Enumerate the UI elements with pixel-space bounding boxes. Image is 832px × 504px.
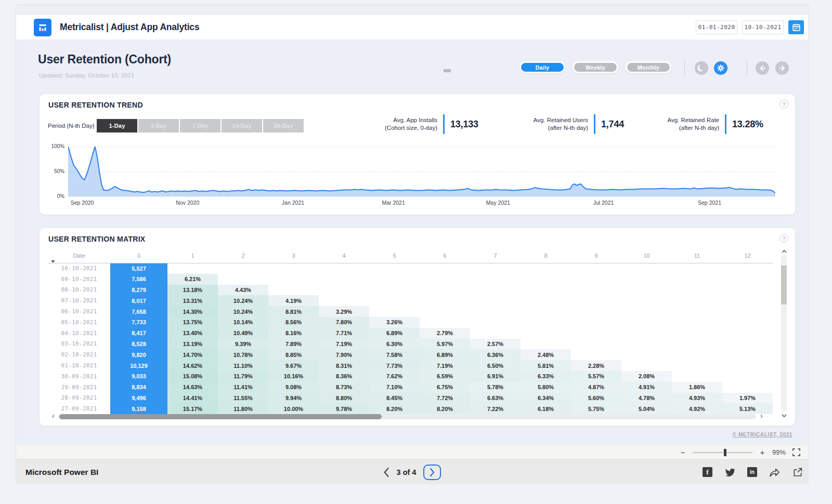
share-icon[interactable] <box>769 467 781 478</box>
cohort-size-cell[interactable]: 10,129 <box>110 360 167 371</box>
trend-chart[interactable] <box>68 147 775 196</box>
retention-cell-day-7[interactable]: 2.57% <box>470 339 521 350</box>
column-header-9[interactable]: 9 <box>571 249 621 263</box>
cohort-size-cell[interactable]: 8,528 <box>110 339 167 350</box>
period-button-3-day[interactable]: 3-Day <box>138 119 179 132</box>
period-button-30-day[interactable]: 30-Day <box>263 119 304 132</box>
scroll-left-icon[interactable]: ‹ <box>52 412 55 420</box>
retention-cell-day-5[interactable]: 8.45% <box>369 393 420 404</box>
retention-cell-day-1[interactable]: 13.75% <box>167 317 218 328</box>
period-button-1-day[interactable]: 1-Day <box>97 119 137 132</box>
retention-cell-day-3[interactable]: 9.67% <box>268 360 319 371</box>
retention-cell-day-2[interactable]: 11.79% <box>218 371 268 382</box>
retention-cell-day-4[interactable]: 7.90% <box>319 349 369 360</box>
cohort-date[interactable]: 30-09-2021 <box>48 371 110 382</box>
retention-cell-day-4[interactable]: 8.73% <box>319 382 369 393</box>
retention-cell-day-4[interactable]: 8.80% <box>319 393 369 404</box>
retention-cell-day-9[interactable]: 5.60% <box>571 393 621 404</box>
retention-cell-day-2[interactable]: 10.14% <box>218 317 268 328</box>
date-from-input[interactable]: 01-01-2020 <box>696 20 737 34</box>
next-report-page-button[interactable] <box>423 465 441 480</box>
horizontal-scrollbar[interactable] <box>58 414 756 419</box>
column-header-0[interactable]: 0 <box>110 249 167 263</box>
retention-cell-day-3[interactable]: 10.16% <box>268 371 319 382</box>
settings-button[interactable] <box>714 61 727 75</box>
retention-cell-day-9[interactable]: 4.87% <box>571 382 621 393</box>
retention-cell-day-12[interactable]: 5.13% <box>722 403 773 414</box>
date-to-input[interactable]: 10-10-2021 <box>742 20 784 34</box>
linkedin-icon[interactable]: in <box>747 467 757 477</box>
retention-cell-day-4[interactable]: 8.31% <box>319 360 369 371</box>
retention-cell-day-3[interactable]: 8.81% <box>268 306 319 317</box>
vertical-scrollbar-thumb[interactable] <box>781 266 787 304</box>
retention-cell-day-5[interactable]: 6.89% <box>369 328 420 339</box>
zoom-slider-thumb[interactable] <box>724 449 726 456</box>
column-header-2[interactable]: 2 <box>218 249 268 263</box>
retention-cell-day-8[interactable]: 6.33% <box>521 371 571 382</box>
period-button-14-day[interactable]: 14-Day <box>222 119 262 132</box>
zoom-out-button[interactable]: − <box>679 448 686 457</box>
vertical-scrollbar[interactable] <box>781 255 787 411</box>
retention-cell-day-7[interactable]: 6.36% <box>470 349 521 360</box>
retention-cell-day-1[interactable]: 13.19% <box>167 339 218 350</box>
retention-cell-day-3[interactable]: 8.56% <box>268 317 319 328</box>
cohort-size-cell[interactable]: 7,586 <box>110 274 167 285</box>
cohort-size-cell[interactable]: 9,820 <box>110 349 167 360</box>
view-pill-weekly[interactable]: Weekly <box>573 61 618 73</box>
retention-cell-day-6[interactable]: 8.20% <box>420 403 470 414</box>
column-header-10[interactable]: 10 <box>621 249 672 263</box>
cohort-size-cell[interactable]: 7,658 <box>110 306 167 317</box>
retention-cell-day-6[interactable]: 5.97% <box>420 339 470 350</box>
column-header-12[interactable]: 12 <box>722 249 773 263</box>
retention-cell-day-4[interactable]: 3.29% <box>319 306 369 317</box>
retention-cell-day-8[interactable]: 6.18% <box>521 403 571 414</box>
cohort-size-cell[interactable]: 5,527 <box>110 263 167 274</box>
retention-cell-day-1[interactable]: 14.62% <box>167 360 218 371</box>
retention-cell-day-4[interactable]: 7.71% <box>319 328 369 339</box>
retention-cell-day-1[interactable]: 15.17% <box>167 403 218 414</box>
cohort-size-cell[interactable]: 7,733 <box>110 317 167 328</box>
column-header-6[interactable]: 6 <box>420 249 470 263</box>
zoom-in-button[interactable]: + <box>759 448 766 457</box>
period-button-7-day[interactable]: 7-Day <box>180 119 220 132</box>
retention-cell-day-4[interactable]: 7.19% <box>319 339 369 350</box>
previous-page-button[interactable] <box>756 61 769 75</box>
retention-cell-day-6[interactable]: 7.72% <box>420 393 470 404</box>
cohort-size-cell[interactable]: 8,834 <box>110 382 167 393</box>
retention-cell-day-2[interactable]: 10.78% <box>218 349 268 360</box>
retention-cell-day-7[interactable]: 5.78% <box>470 382 521 393</box>
cohort-date[interactable]: 02-10-2021 <box>48 349 110 360</box>
retention-cell-day-5[interactable]: 8.20% <box>369 403 420 414</box>
cohort-size-cell[interactable]: 9,158 <box>110 403 167 414</box>
retention-cell-day-4[interactable]: 7.80% <box>319 317 369 328</box>
retention-cell-day-2[interactable]: 10.49% <box>218 328 268 339</box>
cohort-date[interactable]: 27-09-2021 <box>48 403 110 414</box>
retention-cell-day-2[interactable]: 10.24% <box>218 306 268 317</box>
retention-cell-day-10[interactable]: 2.08% <box>621 371 672 382</box>
scroll-up-icon[interactable] <box>781 249 787 254</box>
retention-cell-day-7[interactable]: 6.50% <box>470 360 521 371</box>
retention-cell-day-1[interactable]: 14.30% <box>167 306 218 317</box>
cohort-size-cell[interactable]: 8,417 <box>110 328 167 339</box>
horizontal-scrollbar-thumb[interactable] <box>59 414 382 419</box>
retention-cell-day-1[interactable]: 6.21% <box>167 274 218 285</box>
retention-cell-day-11[interactable]: 4.92% <box>672 403 722 414</box>
cohort-date[interactable]: 04-10-2021 <box>48 328 110 339</box>
retention-cell-day-6[interactable]: 6.59% <box>420 371 470 382</box>
cohort-date[interactable]: 08-10-2021 <box>48 285 110 296</box>
column-header-3[interactable]: 3 <box>268 249 319 263</box>
retention-cell-day-11[interactable]: 4.93% <box>672 393 722 404</box>
column-header-4[interactable]: 4 <box>319 249 369 263</box>
retention-cell-day-7[interactable]: 6.63% <box>470 393 521 404</box>
column-header-7[interactable]: 7 <box>470 249 521 263</box>
retention-cell-day-4[interactable]: 9.78% <box>319 403 369 414</box>
retention-cell-day-5[interactable]: 6.30% <box>369 339 420 350</box>
column-header-1[interactable]: 1 <box>167 249 218 263</box>
column-header-11[interactable]: 11 <box>672 249 722 263</box>
view-pill-monthly[interactable]: Monthly <box>626 61 671 73</box>
next-page-button[interactable] <box>775 61 789 75</box>
calendar-button[interactable] <box>788 20 804 34</box>
retention-cell-day-5[interactable]: 3.26% <box>369 317 420 328</box>
retention-cell-day-3[interactable]: 7.89% <box>268 339 319 350</box>
retention-cell-day-3[interactable]: 9.08% <box>268 382 319 393</box>
